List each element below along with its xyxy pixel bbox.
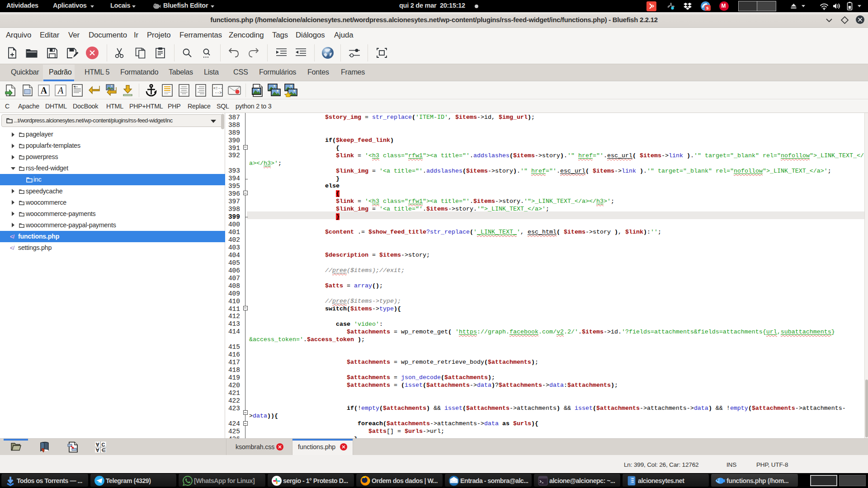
svg-text:A: A — [41, 85, 47, 95]
svg-text:A: A — [57, 85, 64, 95]
svg-text:∈: ∈ — [102, 447, 106, 453]
svg-text:-->: --> — [215, 91, 222, 95]
svg-text:C: C — [102, 442, 105, 447]
svg-text:∀: ∀ — [95, 447, 99, 453]
svg-text:¶: ¶ — [74, 85, 75, 89]
svg-text:<!--: <!-- — [213, 86, 222, 91]
svg-text:</: </ — [10, 234, 15, 240]
svg-text:</: </ — [10, 245, 15, 251]
svg-text:∀: ∀ — [95, 442, 99, 447]
